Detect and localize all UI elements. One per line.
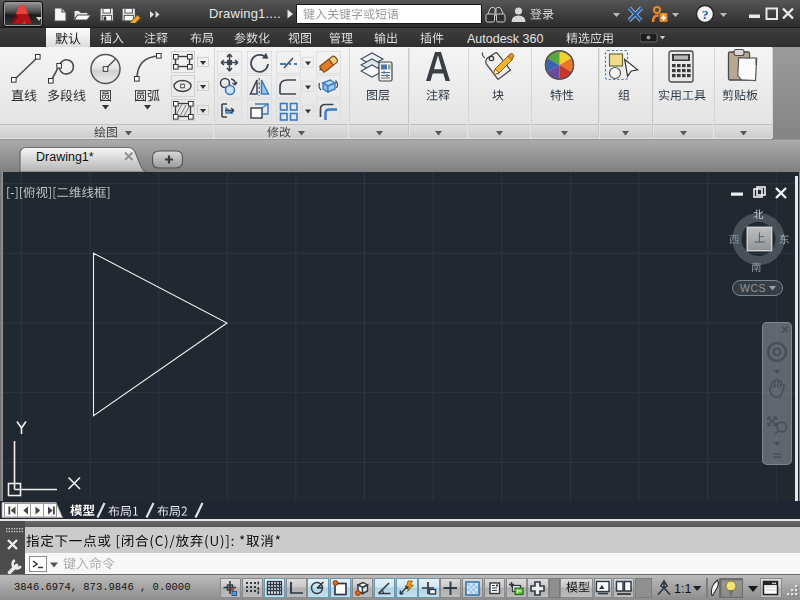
svg-text:?: ? xyxy=(702,7,709,22)
